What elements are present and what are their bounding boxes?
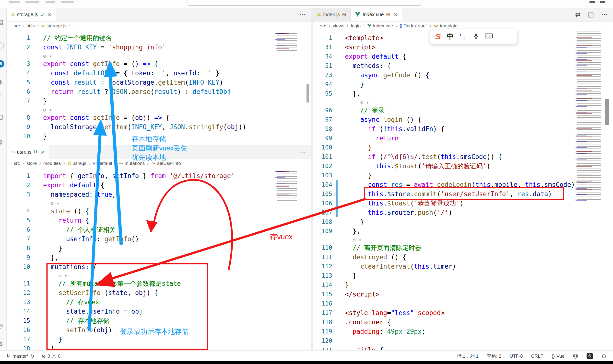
code-line[interactable]: 1import { getInfo, setInfo } from '@/uti… xyxy=(6,171,311,181)
breadcrumb-item[interactable]: JSstorage.js xyxy=(41,23,67,29)
minimap[interactable] xyxy=(574,30,603,350)
breadcrumb-item[interactable]: src xyxy=(320,23,326,29)
breadcrumb-item[interactable]: ... xyxy=(73,23,77,29)
breadcrumb-item[interactable]: setUserInfo xyxy=(151,161,181,166)
code-line[interactable]: 13 // 存vuex xyxy=(6,298,311,307)
code-line[interactable]: 121 .title { xyxy=(313,345,574,350)
breadcrumb-item[interactable]: index.vue xyxy=(367,23,393,29)
code-line[interactable]: 104 const res = await codeLogin(this.mob… xyxy=(313,180,574,189)
indentation[interactable]: 空格: 2 xyxy=(487,353,501,359)
code-editor[interactable]: 1import { getInfo, setInfo } from '@/uti… xyxy=(6,168,311,350)
breadcrumb-item[interactable]: JSusre.js xyxy=(67,161,86,166)
code-line[interactable]: 107 this.$router.push('/') xyxy=(313,208,574,217)
more-actions-icon[interactable]: ⋯ xyxy=(299,11,306,18)
breadcrumb-item[interactable]: <>template xyxy=(434,23,458,29)
code-line[interactable]: 116 xyxy=(313,299,574,308)
tab-usre-js[interactable]: JS usre.js U × xyxy=(6,145,49,159)
gear-icon[interactable]: ⚙ ▾ xyxy=(58,273,67,279)
code-line[interactable]: 73 async getCode () { xyxy=(313,70,574,80)
code-line[interactable]: 18 } xyxy=(6,344,311,350)
language-mode[interactable]: {} Vue xyxy=(552,353,564,359)
breadcrumb-item[interactable]: default xyxy=(93,161,112,166)
breadcrumb-item[interactable]: src xyxy=(14,161,20,166)
tab-index-vue[interactable]: index.vue M × xyxy=(351,8,402,21)
window-controls-fragment[interactable] xyxy=(589,1,595,3)
code-editor[interactable]: 1<template>31<script>34export default {5… xyxy=(313,30,574,350)
sogou-logo-icon[interactable]: S xyxy=(435,32,441,41)
breadcrumb-item[interactable]: login xyxy=(351,23,360,29)
code-line[interactable]: 5 return { xyxy=(6,216,311,225)
breadcrumb-item[interactable]: mutations xyxy=(119,161,145,166)
code-line[interactable]: 96 // 登录 xyxy=(313,106,574,115)
inline-widget-row[interactable]: ⚙ ▾ xyxy=(313,236,574,243)
code-line[interactable]: 16 setInfo(obj) xyxy=(6,325,311,335)
breadcrumb-item[interactable]: modules xyxy=(43,161,61,166)
notifications-bell-icon[interactable] xyxy=(601,353,607,359)
account-icon[interactable]: ◯ xyxy=(0,42,4,48)
code-line[interactable]: 9 localStorage.setItem(INFO_KEY, JSON.st… xyxy=(6,122,311,132)
code-line[interactable]: 114} xyxy=(313,280,574,290)
breadcrumb-item[interactable]: src xyxy=(14,23,20,29)
git-branch-item[interactable]: master* ↻ xyxy=(6,353,34,359)
code-line[interactable]: 118.container { xyxy=(313,318,574,327)
code-line[interactable]: 101 if (/^\d{6}$/.test(this.smsCode)) { xyxy=(313,152,574,161)
problems-item[interactable]: ⊗ 0 ⚠ 0 xyxy=(42,353,60,359)
sogou-icon[interactable]: S xyxy=(586,353,593,359)
code-line[interactable]: 120 xyxy=(313,336,574,345)
more-actions-icon[interactable]: ⋯ xyxy=(601,11,608,18)
remote-icon[interactable]: ▢ xyxy=(0,114,3,120)
code-line[interactable]: 10 mutations: { xyxy=(6,262,311,272)
extensions-icon[interactable]: ⌂ xyxy=(0,91,1,98)
close-icon[interactable]: × xyxy=(48,12,51,18)
scrollbar-thumb[interactable] xyxy=(306,84,309,103)
virtual-keyboard-icon[interactable] xyxy=(485,33,493,40)
code-line[interactable]: 4 state () { xyxy=(6,207,311,216)
code-line[interactable]: 4 const defaultObj = { token: '', userId… xyxy=(6,68,311,78)
breadcrumb-item[interactable]: {}"index.vue" xyxy=(400,23,427,29)
code-line[interactable]: 108 } xyxy=(313,217,574,227)
cursor-position[interactable]: 行 1，列 1 xyxy=(457,353,479,359)
compare-changes-icon[interactable]: ⇄ xyxy=(575,11,581,18)
breadcrumb-item[interactable]: store xyxy=(27,161,37,166)
minimap[interactable] xyxy=(274,33,298,52)
code-line[interactable]: 6 // 个人权证相关 xyxy=(6,225,311,234)
code-line[interactable]: 98 if (!this.validFn) { xyxy=(313,124,574,134)
code-line[interactable]: 9 }, xyxy=(6,253,311,262)
tab-storage-js[interactable]: JS storage.js U × xyxy=(6,8,56,21)
code-line[interactable]: 11 // 所有mutations第一个参数都是state xyxy=(6,279,311,288)
code-line[interactable]: 111 destroyed () { xyxy=(313,252,574,262)
code-line[interactable]: 103 } xyxy=(313,171,574,180)
split-editor-icon[interactable]: ◫ xyxy=(588,11,594,18)
window-controls-fragment[interactable] xyxy=(600,1,605,3)
more-actions-icon[interactable]: ⋯ xyxy=(299,148,306,156)
code-editor[interactable]: 1// 约定一个通用的键名2const INFO_KEY = 'shopping… xyxy=(6,30,311,145)
breadcrumb-item[interactable]: utils xyxy=(27,23,35,29)
code-line[interactable]: 109 }, xyxy=(313,227,574,236)
close-icon[interactable]: × xyxy=(41,149,45,155)
sync-icon[interactable]: ↻ xyxy=(30,353,34,359)
tab-index-js[interactable]: JS index.js M xyxy=(313,8,351,21)
code-line[interactable]: 94 } xyxy=(313,80,574,89)
code-line[interactable]: 99 return xyxy=(313,134,574,143)
inline-widget-row[interactable]: ⚙ ▾ xyxy=(313,98,574,106)
gear-icon[interactable]: ⚙ ▾ xyxy=(51,200,59,206)
editor-split-sash[interactable] xyxy=(311,8,313,350)
code-line[interactable]: 112 clearInterval(this.timer) xyxy=(313,262,574,271)
tools-icon[interactable]: ⚙ xyxy=(0,139,3,146)
code-line[interactable]: 8export const setInfo = (obj) => { xyxy=(6,113,311,122)
code-line[interactable]: 3export const getInfo = () => { xyxy=(6,59,311,68)
account-icon[interactable]: ◎ xyxy=(0,322,3,329)
command-center-search[interactable] xyxy=(187,0,421,6)
gear-icon[interactable]: ⚙ ▾ xyxy=(360,100,369,105)
ime-punctuation-toggle[interactable]: ’， xyxy=(460,33,467,40)
explorer-icon[interactable]: ▤ xyxy=(0,19,3,26)
inline-widget-row[interactable]: ⚙ ▾ xyxy=(6,52,311,59)
gear-icon[interactable]: ⚙ ▾ xyxy=(43,107,52,113)
code-line[interactable]: 7} xyxy=(6,96,311,106)
inline-widget-row[interactable]: ⚙ ▾ xyxy=(6,106,311,113)
run-icon[interactable]: ❯ xyxy=(0,78,3,85)
code-line[interactable]: 95 }, xyxy=(313,89,574,98)
code-line[interactable]: 6 return result ? JSON.parse(result) : d… xyxy=(6,87,311,96)
ime-toolbar[interactable]: S 中 ’， xyxy=(430,29,517,44)
breadcrumb-item[interactable]: views xyxy=(333,23,345,29)
